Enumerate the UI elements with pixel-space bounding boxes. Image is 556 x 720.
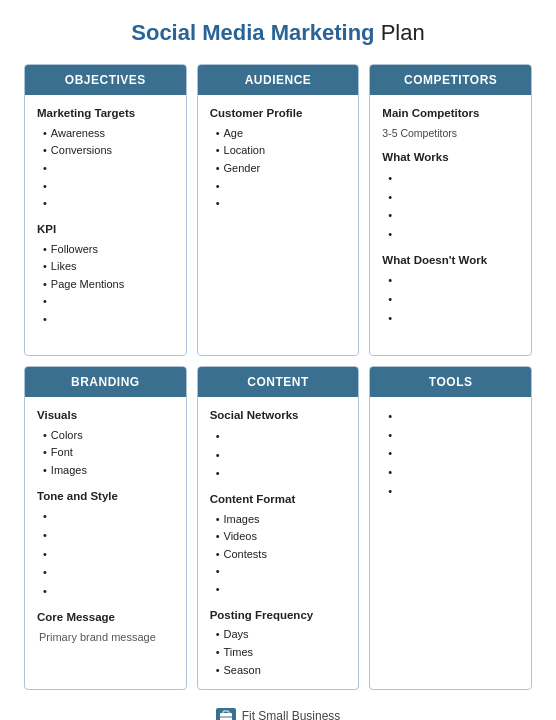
list-item: Colors (43, 427, 174, 445)
list-item: Times (216, 644, 347, 662)
card-competitors: COMPETITORS Main Competitors 3-5 Competi… (369, 64, 532, 356)
list-item: Likes (43, 258, 174, 276)
list-item: Followers (43, 241, 174, 259)
list-item: Images (43, 462, 174, 480)
briefcase-icon (219, 710, 233, 720)
list-item: Contests (216, 546, 347, 564)
list-item: Age (216, 125, 347, 143)
top-grid: OBJECTIVES Marketing Targets Awareness C… (24, 64, 532, 356)
list-item (216, 563, 347, 581)
competitors-what-works-title: What Works (382, 149, 519, 167)
branding-tone-list (37, 507, 174, 600)
branding-header: BRANDING (25, 367, 186, 397)
card-branding: BRANDING Visuals Colors Font Images Tone… (24, 366, 187, 690)
audience-header: AUDIENCE (198, 65, 359, 95)
content-social-networks-title: Social Networks (210, 407, 347, 425)
branding-body: Visuals Colors Font Images Tone and Styl… (25, 397, 186, 656)
list-item (43, 563, 174, 582)
list-item (43, 293, 174, 311)
list-item (388, 482, 519, 501)
list-item (388, 290, 519, 309)
tools-header: TOOLS (370, 367, 531, 397)
list-item (216, 464, 347, 483)
competitors-body: Main Competitors 3-5 Competitors What Wo… (370, 95, 531, 355)
list-item (43, 311, 174, 329)
objectives-kpi-list: Followers Likes Page Mentions (37, 241, 174, 329)
list-item (388, 188, 519, 207)
branding-tone-title: Tone and Style (37, 488, 174, 506)
list-item (388, 426, 519, 445)
list-item: Days (216, 626, 347, 644)
competitors-what-doesnt-work-list (382, 271, 519, 327)
list-item: Awareness (43, 125, 174, 143)
competitors-what-works-list (382, 169, 519, 244)
list-item: Location (216, 142, 347, 160)
brand-icon (216, 708, 236, 720)
list-item (388, 444, 519, 463)
list-item: Page Mentions (43, 276, 174, 294)
list-item: Font (43, 444, 174, 462)
list-item (216, 427, 347, 446)
list-item: Season (216, 662, 347, 680)
list-item: Gender (216, 160, 347, 178)
list-item (216, 178, 347, 196)
list-item (388, 463, 519, 482)
content-format-title: Content Format (210, 491, 347, 509)
list-item (43, 178, 174, 196)
list-item (43, 195, 174, 213)
list-item (216, 195, 347, 213)
branding-visuals-title: Visuals (37, 407, 174, 425)
audience-customer-profile-title: Customer Profile (210, 105, 347, 123)
list-item (388, 206, 519, 225)
content-posting-freq-list: Days Times Season (210, 626, 347, 679)
tools-list (382, 407, 519, 500)
list-item (43, 545, 174, 564)
branding-core-message-text: Primary brand message (37, 629, 174, 646)
objectives-marketing-targets-list: Awareness Conversions (37, 125, 174, 213)
audience-customer-profile-list: Age Location Gender (210, 125, 347, 213)
list-item (43, 526, 174, 545)
objectives-marketing-targets-title: Marketing Targets (37, 105, 174, 123)
content-header: CONTENT (198, 367, 359, 397)
list-item (43, 582, 174, 601)
content-social-networks-list (210, 427, 347, 483)
content-body: Social Networks Content Format Images Vi… (198, 397, 359, 689)
bottom-grid: BRANDING Visuals Colors Font Images Tone… (24, 366, 532, 690)
branding-core-message-title: Core Message (37, 609, 174, 627)
list-item (388, 407, 519, 426)
objectives-body: Marketing Targets Awareness Conversions … (25, 95, 186, 355)
list-item (216, 581, 347, 599)
objectives-header: OBJECTIVES (25, 65, 186, 95)
list-item (216, 446, 347, 465)
brand-name: Fit Small Business (242, 709, 341, 720)
competitors-sub-label: 3-5 Competitors (382, 125, 519, 141)
card-content: CONTENT Social Networks Content Format I… (197, 366, 360, 690)
list-item (43, 160, 174, 178)
page-title: Social Media Marketing Plan (24, 20, 532, 46)
list-item (388, 169, 519, 188)
competitors-header: COMPETITORS (370, 65, 531, 95)
competitors-what-doesnt-work-title: What Doesn't Work (382, 252, 519, 270)
card-audience: AUDIENCE Customer Profile Age Location G… (197, 64, 360, 356)
objectives-kpi-title: KPI (37, 221, 174, 239)
list-item (388, 309, 519, 328)
card-tools: TOOLS (369, 366, 532, 690)
list-item (388, 271, 519, 290)
content-format-list: Images Videos Contests (210, 511, 347, 599)
list-item: Conversions (43, 142, 174, 160)
footer: Fit Small Business (24, 708, 532, 720)
content-posting-freq-title: Posting Frequency (210, 607, 347, 625)
tools-body (370, 397, 531, 617)
list-item: Images (216, 511, 347, 529)
branding-visuals-list: Colors Font Images (37, 427, 174, 480)
svg-rect-1 (223, 711, 229, 714)
card-objectives: OBJECTIVES Marketing Targets Awareness C… (24, 64, 187, 356)
list-item: Videos (216, 528, 347, 546)
audience-body: Customer Profile Age Location Gender (198, 95, 359, 355)
list-item (43, 507, 174, 526)
list-item (388, 225, 519, 244)
competitors-main-title: Main Competitors (382, 105, 519, 123)
